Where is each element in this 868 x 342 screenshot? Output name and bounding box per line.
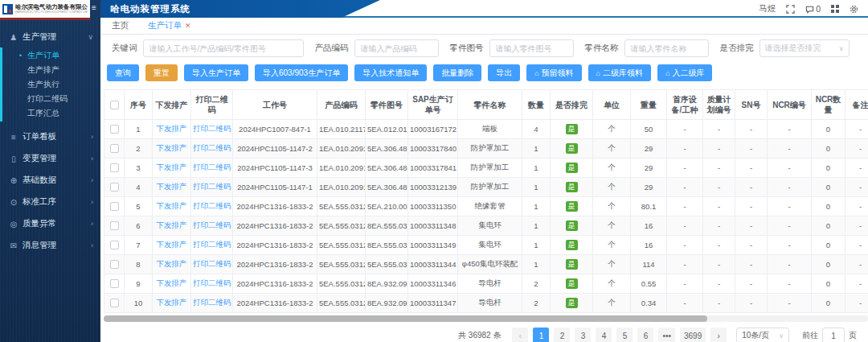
scrollbar-thumb[interactable] [104,315,707,322]
row-checkbox[interactable] [110,299,119,307]
sidebar-item-quality[interactable]: ◎质量异常› [0,213,100,234]
print-qr-link[interactable]: 打印二维码 [193,201,231,210]
reset-button[interactable]: 重置 [145,64,178,81]
cell-scheduled: 是 [551,274,593,294]
sidebar-subitem-process-summary[interactable]: 工序汇总 [2,106,100,121]
cell-ncr-qty: 0 [812,294,845,313]
query-button[interactable]: 查询 [107,64,139,81]
tab-production-orders[interactable]: 生产订单 ✕ [148,20,191,31]
page-button-6[interactable]: 6 [637,328,653,342]
page-button-1[interactable]: 1 [533,328,549,342]
row-checkbox[interactable] [110,279,119,288]
print-qr-link[interactable]: 打印二维码 [193,182,231,191]
issue-scheduling-link[interactable]: 下发排产 [157,182,187,191]
page-button-3699[interactable]: 3699 [680,328,706,342]
cell-qty: 1 [522,216,551,236]
title-ribbon: 哈电动装管理系统 [100,0,380,18]
print-qr-link[interactable]: 打印二维码 [193,298,231,307]
user-name[interactable]: 马煜 [759,3,776,14]
cell-first-equip: - [667,197,703,216]
issue-scheduling-link[interactable]: 下发排产 [157,259,187,268]
tab-close-icon[interactable]: ✕ [185,22,191,30]
page-button-5[interactable]: 5 [616,328,633,342]
table-row: 7下发排产打印二维码2024HPC1316-1833-25EA.555.0312… [104,236,868,255]
fullscreen-icon[interactable] [786,5,795,14]
sidebar-subitem-label: 生产执行 [27,79,59,90]
page-button-4[interactable]: 4 [596,328,612,342]
issue-scheduling-link[interactable]: 下发排产 [157,143,187,152]
sidebar-subitem-scheduling[interactable]: 生产排产 [2,63,100,77]
scheduled-badge: 是 [566,240,578,250]
apps-grid-icon[interactable] [831,5,839,13]
cell-sap-no: 10003317840 [408,139,458,159]
import-tech-notice-button[interactable]: 导入技术通知单 [354,64,427,81]
print-qr-link[interactable]: 打印二维码 [193,163,231,171]
filter-select-scheduled[interactable]: 请选择是否排完∨ [760,39,850,57]
print-qr-link[interactable]: 打印二维码 [193,220,231,229]
row-checkbox[interactable] [110,183,119,192]
sidebar-subitem-execution[interactable]: 生产执行 [2,77,100,92]
cell-print: 打印二维码 [191,120,233,139]
import-order-button[interactable]: 导入生产订单 [184,64,248,81]
import-603-903-button[interactable]: 导入603/903生产订单 [255,64,348,81]
issue-scheduling-link[interactable]: 下发排产 [157,298,187,307]
tab-home[interactable]: 主页 [112,20,129,31]
reserve-picking-button[interactable]: ⌂预留领料 [526,64,581,81]
sidebar-collapse-icon[interactable]: ≡ [92,3,96,12]
cell-unit: 个 [593,294,631,313]
cell-ncr-no: - [768,294,812,313]
issue-scheduling-link[interactable]: 下发排产 [157,220,187,229]
page-more-button[interactable]: ••• [658,328,675,342]
issue-scheduling-link[interactable]: 下发排产 [157,163,187,171]
export-button[interactable]: 导出 [488,64,520,81]
page-button-3[interactable]: 3 [575,328,591,342]
filter-input-part_name[interactable] [624,39,709,57]
cell-first-equip: - [667,139,703,159]
issue-scheduling-link[interactable]: 下发排产 [157,201,187,210]
sidebar-item-message[interactable]: ✉消息管理› [0,235,100,256]
print-qr-link[interactable]: 打印二维码 [193,259,231,268]
sidebar-item-change[interactable]: ▯变更管理› [0,148,100,169]
sidebar-item-basedata[interactable]: ⊕基础数据› [0,170,100,191]
print-qr-link[interactable]: 打印二维码 [193,240,231,249]
prev-page-button[interactable]: ‹ [512,328,528,342]
filter-input-product[interactable] [354,39,439,57]
goto-page-input[interactable] [822,328,845,342]
issue-scheduling-link[interactable]: 下发排产 [157,124,187,133]
sidebar-item-kanban[interactable]: ≡订单看板› [0,126,100,147]
row-checkbox[interactable] [110,241,119,249]
cell-remark: - [845,274,868,294]
cell-remark: - [845,216,868,236]
page-size-select[interactable]: 10条/页 ∨ [736,328,789,342]
sidebar-item-production[interactable]: ♟生产管理∨ [0,27,100,47]
filter-input-keyword[interactable] [143,39,304,57]
sidebar-subitem-print-qr[interactable]: 打印二维码 [2,92,100,106]
row-checkbox[interactable] [110,144,119,153]
row-checkbox[interactable] [110,163,119,172]
filter-input-part_no[interactable] [489,39,574,57]
l2-inbound-button[interactable]: ⌂入二级库 [657,64,712,81]
cell-unit: 个 [593,120,631,139]
button-label: 重置 [154,68,170,79]
next-page-button[interactable]: › [710,328,727,342]
print-qr-link[interactable]: 打印二维码 [193,278,231,287]
row-checkbox[interactable] [110,202,119,211]
row-checkbox[interactable] [110,260,119,269]
row-select-cell [104,197,125,216]
page-button-2[interactable]: 2 [554,328,570,342]
scheduled-badge: 是 [566,298,578,308]
gear-icon[interactable] [850,5,858,14]
print-qr-link[interactable]: 打印二维码 [193,143,231,152]
batch-delete-button[interactable]: 批量删除 [433,64,481,81]
select-all-checkbox[interactable] [110,101,119,109]
row-checkbox[interactable] [110,221,119,230]
sidebar-subitem-orders[interactable]: •生产订单 [2,48,100,63]
row-checkbox[interactable] [110,125,119,134]
sidebar-item-process[interactable]: ⊙标准工序› [0,192,100,212]
print-qr-link[interactable]: 打印二维码 [193,124,231,133]
issue-scheduling-link[interactable]: 下发排产 [157,240,187,249]
l2-picking-button[interactable]: ⌂二级库领料 [588,64,651,81]
issue-scheduling-link[interactable]: 下发排产 [157,278,187,287]
message-bell[interactable]: 0 [805,4,821,14]
cell-scheduled: 是 [551,216,593,236]
